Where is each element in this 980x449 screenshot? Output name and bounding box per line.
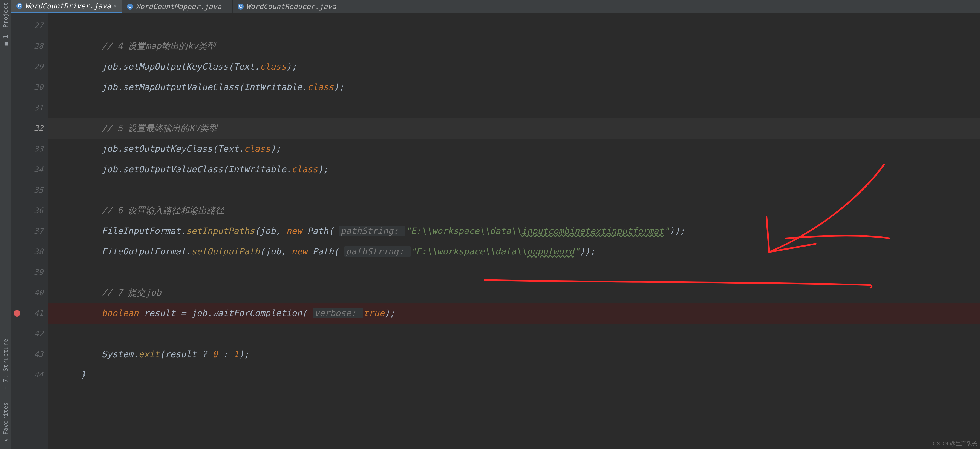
breakpoint-cell[interactable] <box>11 344 22 364</box>
line-number[interactable]: 38 <box>22 241 48 262</box>
breakpoint-cell[interactable] <box>11 221 22 241</box>
tool-rail-item[interactable]: ■1: Project <box>2 2 9 47</box>
code-token: job.setOutputValueClass(IntWritable. <box>59 164 291 174</box>
line-number-gutter[interactable]: 272829303132333435363738394041424344 <box>22 13 48 449</box>
editor-tab-bar: CWordCountDriver.java×CWordCountMapper.j… <box>11 0 980 13</box>
line-number[interactable]: 33 <box>22 139 48 159</box>
code-token: inputcombinetextinputformat <box>522 226 664 236</box>
editor-tab[interactable]: CWordCountDriver.java× <box>11 0 122 13</box>
code-token: class <box>244 144 270 154</box>
line-number[interactable]: 37 <box>22 221 48 241</box>
line-number[interactable]: 32 <box>22 118 48 139</box>
code-line[interactable]: FileInputFormat.setInputPaths(job, new P… <box>48 221 980 241</box>
breakpoint-cell[interactable] <box>11 364 22 385</box>
code-token: FileInputFormat. <box>59 226 186 236</box>
tab-label: WordCountMapper.java <box>136 2 221 11</box>
code-token: System. <box>59 349 138 360</box>
tool-rail-icon: ■ <box>2 42 9 45</box>
code-token: true <box>363 308 384 318</box>
breakpoint-cell[interactable] <box>11 97 22 118</box>
breakpoint-cell[interactable] <box>11 200 22 221</box>
code-token: " <box>574 246 579 257</box>
code-token: )); <box>669 226 685 236</box>
code-token: // 6 设置输入路径和输出路径 <box>102 205 224 216</box>
breakpoint-cell[interactable] <box>11 139 22 159</box>
line-number[interactable]: 34 <box>22 159 48 180</box>
line-number[interactable]: 28 <box>22 36 48 56</box>
code-token: "E:\\workspace\\data\\ <box>406 226 522 236</box>
breakpoint-cell[interactable] <box>11 36 22 56</box>
breakpoint-cell[interactable] <box>11 324 22 344</box>
code-line[interactable] <box>48 15 980 36</box>
code-token: class <box>260 61 286 72</box>
tab-label: WordCountDriver.java <box>25 2 111 10</box>
line-number[interactable]: 31 <box>22 97 48 118</box>
breakpoint-gutter[interactable] <box>11 13 22 449</box>
code-line[interactable] <box>48 180 980 200</box>
code-token: // 4 设置map输出的kv类型 <box>102 41 216 51</box>
tool-rail-item[interactable]: ★Favorites <box>2 402 9 444</box>
line-number[interactable]: 29 <box>22 56 48 77</box>
breakpoint-cell[interactable] <box>11 262 22 283</box>
code-line[interactable] <box>48 324 980 344</box>
code-line[interactable]: FileOutputFormat.setOutputPath(job, new … <box>48 241 980 262</box>
line-number[interactable]: 41 <box>22 303 48 324</box>
breakpoint-cell[interactable] <box>11 303 22 324</box>
line-number[interactable]: 43 <box>22 344 48 364</box>
watermark-text: CSDN @生产队长 <box>933 440 977 447</box>
code-token: // 7 提交job <box>102 288 161 298</box>
breakpoint-cell[interactable] <box>11 159 22 180</box>
code-token: exit <box>138 349 159 360</box>
code-area[interactable]: // 4 设置map输出的kv类型 job.setMapOutputKeyCla… <box>48 13 980 449</box>
code-token: Path( <box>313 246 344 257</box>
code-token: verbose: <box>313 308 363 318</box>
code-token: result = job.waitForCompletion( <box>144 308 313 318</box>
code-token: setInputPaths <box>186 226 254 236</box>
code-token: " <box>664 226 669 236</box>
code-line[interactable]: job.setMapOutputValueClass(IntWritable.c… <box>48 77 980 97</box>
breakpoint-cell[interactable] <box>11 56 22 77</box>
tool-window-rail: ■1: Project≡7: Structure★Favorites <box>0 0 11 449</box>
tool-rail-item[interactable]: ≡7: Structure <box>2 339 9 391</box>
tool-rail-icon: ≡ <box>2 386 9 390</box>
code-line[interactable] <box>48 262 980 283</box>
line-number[interactable]: 44 <box>22 364 48 385</box>
editor-tab[interactable]: CWordCountMapper.java× <box>122 0 233 13</box>
breakpoint-cell[interactable] <box>11 15 22 36</box>
code-line[interactable]: System.exit(result ? 0 : 1); <box>48 344 980 364</box>
code-token <box>59 41 102 51</box>
code-line[interactable]: // 7 提交job <box>48 283 980 303</box>
line-number[interactable]: 36 <box>22 200 48 221</box>
line-number[interactable]: 35 <box>22 180 48 200</box>
breakpoint-icon[interactable] <box>14 310 20 317</box>
code-token: 0 <box>212 349 218 360</box>
code-token: (result ? <box>159 349 212 360</box>
breakpoint-cell[interactable] <box>11 241 22 262</box>
breakpoint-cell[interactable] <box>11 283 22 303</box>
code-token: 1 <box>234 349 239 360</box>
breakpoint-cell[interactable] <box>11 118 22 139</box>
java-class-icon: C <box>238 3 243 10</box>
line-number[interactable]: 27 <box>22 15 48 36</box>
line-number[interactable]: 42 <box>22 324 48 344</box>
line-number[interactable]: 40 <box>22 283 48 303</box>
close-icon[interactable]: × <box>114 3 117 9</box>
breakpoint-cell[interactable] <box>11 180 22 200</box>
code-line[interactable]: boolean result = job.waitForCompletion( … <box>48 303 980 324</box>
code-line[interactable]: job.setOutputValueClass(IntWritable.clas… <box>48 159 980 180</box>
code-token: job.setOutputKeyClass(Text. <box>59 144 244 154</box>
code-editor[interactable]: 272829303132333435363738394041424344 // … <box>11 13 980 449</box>
editor-tab[interactable]: CWordCountReducer.java× <box>233 0 347 13</box>
code-line[interactable]: job.setOutputKeyClass(Text.class); <box>48 139 980 159</box>
line-number[interactable]: 30 <box>22 77 48 97</box>
code-line[interactable]: // 5 设置最终输出的KV类型 <box>48 118 980 139</box>
code-line[interactable]: job.setMapOutputKeyClass(Text.class); <box>48 56 980 77</box>
code-line[interactable]: } <box>48 364 980 385</box>
code-line[interactable]: // 6 设置输入路径和输出路径 <box>48 200 980 221</box>
line-number[interactable]: 39 <box>22 262 48 283</box>
code-line[interactable]: // 4 设置map输出的kv类型 <box>48 36 980 56</box>
code-line[interactable] <box>48 97 980 118</box>
code-token: (job, <box>260 246 291 257</box>
code-token: } <box>59 369 86 380</box>
breakpoint-cell[interactable] <box>11 77 22 97</box>
